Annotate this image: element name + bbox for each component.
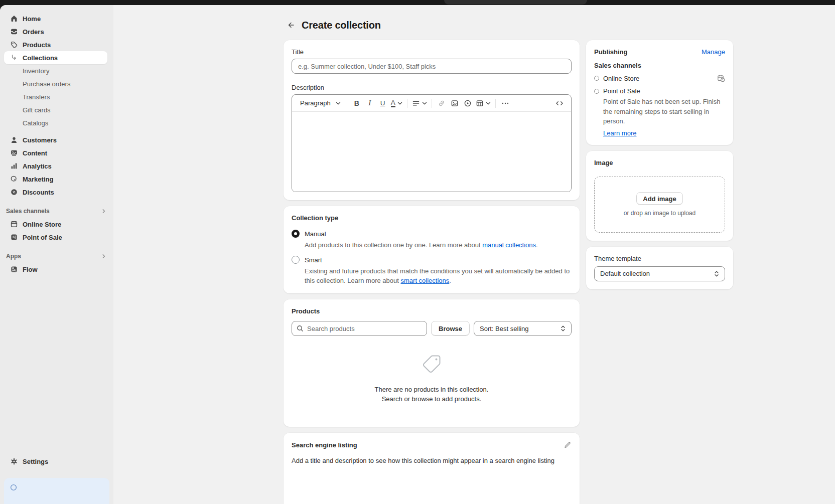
sidebar-item-point-of-sale[interactable]: Point of Sale [0,231,113,244]
sidebar-item-transfers[interactable]: Transfers [0,90,113,103]
italic-button[interactable]: I [363,97,376,110]
sidebar-item-label: Gift cards [23,106,51,114]
image-heading: Image [594,159,725,166]
product-search-input[interactable] [307,325,423,332]
link-button[interactable] [435,97,448,110]
orders-icon [10,28,18,36]
nested-arrow-icon [10,54,18,62]
sidebar-item-label: Point of Sale [23,234,62,241]
sidebar-item-content[interactable]: Content [0,146,113,159]
radio-selected-icon[interactable] [292,230,300,238]
analytics-bars-icon [10,162,18,170]
underline-button[interactable]: U [376,97,389,110]
channel-label: Point of Sale [603,87,640,95]
sidebar-item-online-store[interactable]: Online Store [0,218,113,231]
more-options-button[interactable] [499,97,512,110]
sidebar-item-flow[interactable]: Flow [0,263,113,276]
sidebar-item-label: Inventory [23,67,49,75]
back-button[interactable] [284,18,298,32]
theme-template-label: Theme template [594,255,725,262]
publishing-card: Publishing Manage Sales channels Online … [586,40,733,145]
products-card: Products Browse Sort: Best selling [284,299,580,427]
manual-radio-option[interactable]: Manual [292,230,572,238]
description-textarea[interactable] [292,112,571,192]
sidebar-item-settings[interactable]: Settings [0,455,113,468]
sidebar-item-discounts[interactable]: Discounts [0,186,113,199]
edit-pencil-icon[interactable] [564,441,572,449]
smart-radio-option[interactable]: Smart [292,256,572,264]
sidebar-item-inventory[interactable]: Inventory [0,64,113,77]
ellipsis-icon [501,99,509,107]
image-card: Image Add image or drop an image to uplo… [586,151,733,241]
editor-toolbar: Paragraph B I U A [292,95,571,112]
learn-more-link[interactable]: Learn more [603,129,636,137]
text-color-glyph: A [391,99,395,107]
sort-select[interactable]: Sort: Best selling [474,321,572,336]
insert-video-button[interactable] [461,97,474,110]
manage-link[interactable]: Manage [702,48,725,56]
alignment-dropdown[interactable] [410,97,429,110]
sidebar-item-analytics[interactable]: Analytics [0,159,113,173]
show-html-button[interactable] [553,97,566,110]
app-frame: Home Orders Products Collections Invento… [0,5,835,504]
products-tag-icon [10,41,18,49]
sidebar-item-home[interactable]: Home [0,12,113,25]
sidebar-section-sales-channels[interactable]: Sales channels [0,205,113,218]
code-icon [555,99,564,107]
section-label: Sales channels [6,208,50,215]
browse-button[interactable]: Browse [431,321,470,336]
sidebar-item-orders[interactable]: Orders [0,25,113,38]
sidebar-item-label: Settings [23,458,48,465]
topbar-search-remnant [444,0,587,5]
theme-template-select[interactable]: Default collection [594,266,725,281]
chevron-down-icon [422,101,427,105]
title-input[interactable] [292,59,572,74]
section-label: Apps [6,253,21,260]
search-engine-listing-card: Search engine listing Add a title and de… [284,433,580,504]
sidebar-item-customers[interactable]: Customers [0,133,113,146]
paragraph-style-dropdown[interactable]: Paragraph [297,97,344,110]
align-left-icon [412,99,420,107]
sidebar-item-gift-cards[interactable]: Gift cards [0,103,113,116]
add-image-button[interactable]: Add image [636,192,682,205]
empty-state-line2: Search or browse to add products. [292,394,572,404]
period: . [449,277,451,284]
sidebar-item-marketing[interactable]: Marketing [0,173,113,186]
sidebar-item-purchase-orders[interactable]: Purchase orders [0,77,113,90]
channel-row-online-store: Online Store [594,74,725,82]
callout-circle-icon [10,484,17,491]
sidebar-bottom-callout[interactable] [4,478,109,504]
top-bar [0,0,835,5]
sidebar-item-label: Collections [23,54,58,62]
sidebar-section-apps[interactable]: Apps [0,250,113,263]
sidebar-item-products[interactable]: Products [0,38,113,51]
chevron-down-icon [336,101,341,105]
italic-glyph: I [368,99,371,107]
radio-unselected-icon[interactable] [292,256,300,264]
sales-channels-subheading: Sales channels [594,62,725,69]
calendar-clock-icon[interactable] [717,74,725,82]
smart-collections-link[interactable]: smart collections [401,277,450,284]
product-search-field[interactable] [292,321,427,336]
insert-image-button[interactable] [448,97,461,110]
title-description-card: Title Description Paragraph B I U [284,40,580,200]
sidebar-item-collections[interactable]: Collections [4,51,107,64]
sidebar-item-label: Home [23,15,41,23]
period: . [536,241,538,249]
sidebar-item-label: Customers [23,136,57,144]
theme-template-value: Default collection [600,270,650,277]
bold-button[interactable]: B [350,97,363,110]
collection-type-heading: Collection type [292,214,572,222]
image-dropzone[interactable]: Add image or drop an image to upload [594,177,725,233]
text-color-dropdown[interactable]: A [389,97,404,110]
sidebar-item-catalogs[interactable]: Catalogs [0,116,113,129]
manual-collections-link[interactable]: manual collections [482,241,536,249]
flow-app-icon [10,265,18,273]
image-icon [451,99,459,107]
sidebar-item-label: Online Store [23,221,61,228]
table-dropdown[interactable] [474,97,492,110]
publishing-heading: Publishing [594,48,627,56]
sidebar-item-label: Purchase orders [23,80,70,88]
sidebar-item-label: Marketing [23,176,53,183]
toolbar-divider [407,99,407,108]
